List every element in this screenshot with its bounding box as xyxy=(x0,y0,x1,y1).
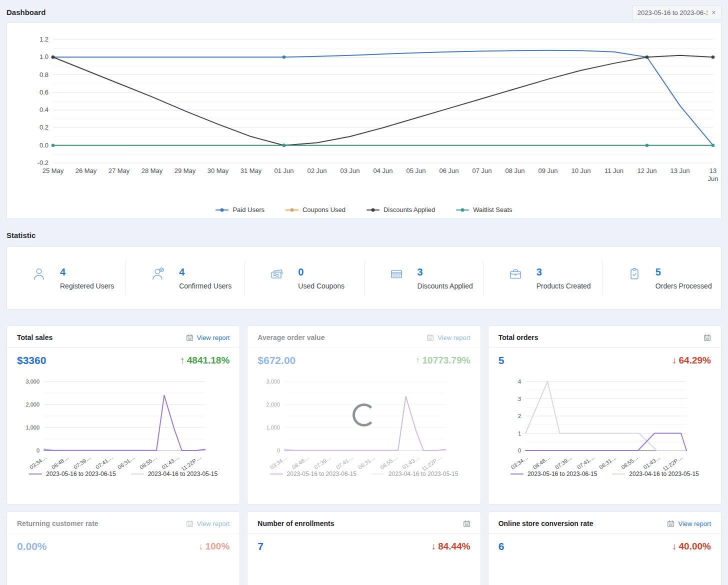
svg-text:07:41…: 07:41… xyxy=(94,454,114,470)
svg-text:07:39…: 07:39… xyxy=(554,454,573,470)
metric-card-title: Total sales xyxy=(17,334,52,342)
legend-label: Coupons Used xyxy=(302,206,346,214)
calendar-icon xyxy=(704,334,711,342)
calendar-icon xyxy=(186,520,194,528)
close-icon[interactable]: ✕ xyxy=(712,10,716,16)
mini-legend-item[interactable]: 2023-05-16 to 2023-06-15 xyxy=(270,470,356,478)
calendar-icon xyxy=(667,520,674,528)
legend-marker-icon xyxy=(29,474,42,474)
statistic-row: 4 Registered Users 4 Confirmed Users 0 U… xyxy=(7,247,721,309)
svg-text:08:48…: 08:48… xyxy=(532,454,550,470)
svg-text:0: 0 xyxy=(518,448,521,454)
svg-text:06:31…: 06:31… xyxy=(357,454,376,470)
stat-item-orders-processed: 5 Orders Processed xyxy=(602,261,721,295)
mini-legend-item[interactable]: 2023-04-16 to 2023-05-15 xyxy=(372,470,458,478)
overview-chart-legend: Paid UsersCoupons UsedDiscounts AppliedW… xyxy=(7,206,721,214)
legend-item-waitlist-seats[interactable]: Waitlist Seats xyxy=(456,206,512,214)
mini-chart-legend: 2023-05-16 to 2023-06-152023-04-16 to 20… xyxy=(248,470,480,478)
svg-text:3,000: 3,000 xyxy=(266,378,280,384)
svg-text:26 May: 26 May xyxy=(76,167,97,174)
mini-legend-item[interactable]: 2023-04-16 to 2023-05-15 xyxy=(131,470,218,478)
svg-text:06:31…: 06:31… xyxy=(116,454,136,470)
svg-text:04 Jun: 04 Jun xyxy=(373,167,392,174)
delta-arrow-icon: ↓ xyxy=(198,541,204,552)
legend-label: 2023-05-16 to 2023-06-15 xyxy=(46,470,116,478)
svg-text:30 May: 30 May xyxy=(208,167,229,174)
metric-mini-chart: 01,0002,0003,00003:34…08:48…07:39…07:41…… xyxy=(7,372,240,478)
svg-text:08:55…: 08:55… xyxy=(138,454,158,470)
view-report-link[interactable]: View report xyxy=(438,334,470,342)
svg-text:01:43…: 01:43… xyxy=(160,454,180,470)
svg-text:0.0: 0.0 xyxy=(40,142,48,149)
stat-label: Discounts Applied xyxy=(418,282,473,290)
stat-item-registered-users: 4 Registered Users xyxy=(7,261,126,295)
svg-text:4: 4 xyxy=(518,378,521,384)
svg-text:06 Jun: 06 Jun xyxy=(439,167,458,174)
metric-card-number-of-enrollments: Number of enrollments 7 ↓ 84.44% xyxy=(247,512,480,585)
delta-percent: 100% xyxy=(206,541,230,552)
svg-text:11:22P…: 11:22P… xyxy=(180,454,202,470)
svg-text:08:48…: 08:48… xyxy=(50,454,70,470)
legend-item-paid-users[interactable]: Paid Users xyxy=(216,206,264,214)
svg-text:01:43…: 01:43… xyxy=(402,454,420,470)
legend-item-coupons-used[interactable]: Coupons Used xyxy=(286,206,346,214)
svg-text:-0.2: -0.2 xyxy=(38,159,48,166)
legend-marker-icon xyxy=(612,474,625,474)
metric-card-title: Online store conversion rate xyxy=(498,520,594,528)
statistic-heading: Statistic xyxy=(0,231,728,240)
delta-arrow-icon: ↓ xyxy=(432,541,436,552)
metric-mini-chart xyxy=(248,558,480,585)
delta-percent: 64.29% xyxy=(679,355,711,366)
svg-text:25 May: 25 May xyxy=(42,167,64,174)
mini-legend-item[interactable]: 2023-05-16 to 2023-06-15 xyxy=(29,470,116,478)
briefcase-icon xyxy=(508,266,524,290)
metric-value: 6 xyxy=(498,540,504,552)
stat-item-discounts-applied: 3 Discounts Applied xyxy=(364,261,484,295)
legend-marker-icon xyxy=(510,474,524,474)
legend-marker-icon xyxy=(372,474,384,474)
date-range-label: 2023-05-16 to 2023-06-1 xyxy=(638,9,708,16)
legend-marker-icon xyxy=(286,210,298,210)
svg-text:07:41…: 07:41… xyxy=(335,454,354,470)
user-check-icon xyxy=(150,266,166,290)
stat-label: Confirmed Users xyxy=(179,282,232,290)
metric-mini-chart xyxy=(7,558,240,585)
legend-label: 2023-05-16 to 2023-06-15 xyxy=(287,470,356,478)
mini-chart-legend: 2023-05-16 to 2023-06-152023-04-16 to 20… xyxy=(7,470,240,478)
stat-value: 5 xyxy=(656,266,712,278)
date-range-filter[interactable]: 2023-05-16 to 2023-06-1 ✕ xyxy=(632,5,722,20)
view-report-link[interactable]: View report xyxy=(197,520,230,528)
metric-value: 0.00% xyxy=(17,540,47,552)
topbar: Dashboard 2023-05-16 to 2023-06-1 ✕ xyxy=(0,0,728,22)
mini-legend-item[interactable]: 2023-04-16 to 2023-05-15 xyxy=(612,470,698,478)
svg-text:0: 0 xyxy=(36,448,40,454)
stat-label: Products Created xyxy=(536,282,591,290)
svg-text:07:39…: 07:39… xyxy=(313,454,332,470)
svg-text:27 May: 27 May xyxy=(108,167,130,174)
stat-item-confirmed-users: 4 Confirmed Users xyxy=(126,261,245,295)
legend-marker-icon xyxy=(456,210,469,210)
metric-card-total-orders: Total orders 5 ↓ 64.29% 0123403:34…08:48… xyxy=(488,326,722,504)
metric-card-total-sales: Total sales View report $3360 ↑ 4841.18%… xyxy=(6,326,240,504)
svg-text:08 Jun: 08 Jun xyxy=(505,167,524,174)
svg-text:3: 3 xyxy=(518,396,521,402)
legend-item-discounts-applied[interactable]: Discounts Applied xyxy=(366,206,435,214)
svg-text:11:22P…: 11:22P… xyxy=(662,454,684,470)
mini-legend-item[interactable]: 2023-05-16 to 2023-06-15 xyxy=(510,470,597,478)
metrics-grid: Total sales View report $3360 ↑ 4841.18%… xyxy=(0,310,728,585)
delta-percent: 10773.79% xyxy=(422,355,470,366)
view-report-link[interactable]: View report xyxy=(678,520,711,528)
delta-percent: 4841.18% xyxy=(187,355,230,366)
svg-text:03 Jun: 03 Jun xyxy=(340,167,360,174)
legend-label: Waitlist Seats xyxy=(473,206,512,214)
delta-arrow-icon: ↑ xyxy=(416,355,420,366)
view-report-link[interactable]: View report xyxy=(197,334,230,342)
svg-text:02 Jun: 02 Jun xyxy=(307,167,326,174)
svg-text:09 Jun: 09 Jun xyxy=(538,167,558,174)
stat-label: Orders Processed xyxy=(656,282,712,290)
legend-marker-icon xyxy=(131,474,144,474)
svg-text:03:34…: 03:34… xyxy=(269,454,288,470)
svg-text:1.2: 1.2 xyxy=(40,36,48,43)
legend-marker-icon xyxy=(366,210,380,210)
svg-text:12 Jun: 12 Jun xyxy=(637,167,656,174)
